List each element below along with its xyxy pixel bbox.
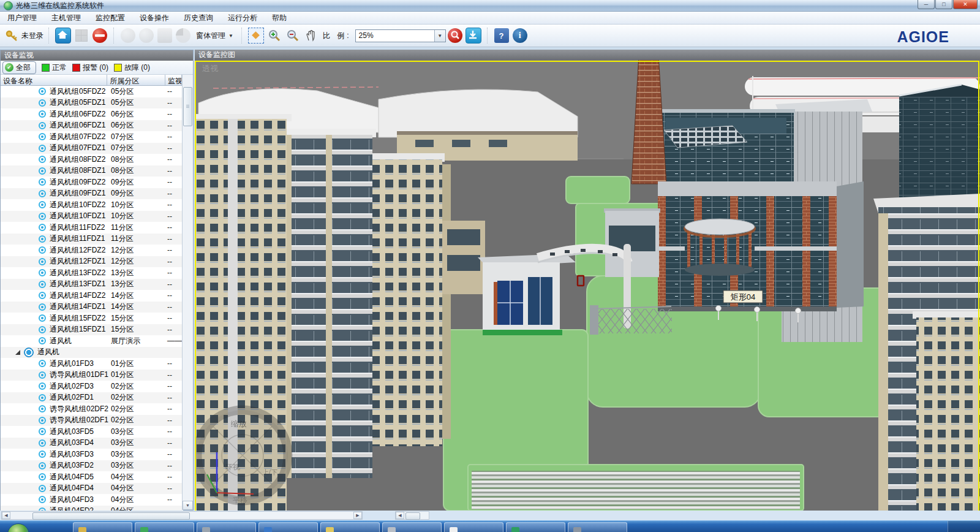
column-monitor[interactable]: 监视 — [165, 75, 181, 85]
login-button[interactable]: 未登录 — [4, 27, 43, 44]
vertical-scrollbar[interactable]: ▼ — [182, 75, 193, 510]
table-row[interactable]: 诱导风机组01DF101分区-- — [1, 370, 183, 381]
table-row[interactable]: 通风机04FD504分区-- — [1, 471, 183, 483]
table-row[interactable]: 通风机组10FDZ210分区-- — [1, 199, 183, 211]
table-row[interactable]: 通风机03FD503分区-- — [1, 426, 183, 438]
table-row[interactable]: 通风机组13FDZ213分区-- — [1, 267, 183, 279]
table-row[interactable]: 通风机组10FDZ110分区-- — [1, 211, 183, 222]
help-button[interactable]: ? — [493, 27, 510, 44]
taskbar-app-button[interactable] — [320, 522, 380, 532]
table-row[interactable]: 通风机组07FDZ107分区-- — [1, 143, 183, 154]
table-row[interactable]: 通风机组12FDZ112分区-- — [1, 256, 183, 268]
horizontal-scrollbar[interactable]: ◀ ▶ — [1, 511, 363, 520]
scroll-left-button[interactable]: ◀ — [396, 512, 404, 519]
3d-viewport[interactable]: 矩形04 缩放 × 环视 上/下 平移 — [195, 60, 980, 511]
table-row[interactable]: 通风机组05FDZ205分区-- — [1, 86, 183, 97]
table-row[interactable]: 通风机04FD304分区-- — [1, 494, 183, 506]
menu-item[interactable]: 监控配置 — [88, 12, 132, 24]
table-row[interactable]: 通风机组15FDZ215分区-- — [1, 313, 183, 324]
disc-button[interactable] — [138, 27, 155, 44]
table-row[interactable]: 通风机03FD203分区-- — [1, 460, 183, 472]
pan-button[interactable] — [303, 27, 320, 44]
table-row[interactable]: 通风机组07FDZ207分区-- — [1, 131, 183, 143]
table-row[interactable]: 通风机组11FDZ211分区-- — [1, 222, 183, 234]
maximize-button[interactable]: □ — [935, 0, 952, 9]
table-row[interactable]: 通风机组06FDZ206分区-- — [1, 108, 183, 120]
table-row[interactable]: 通风机组09FDZ209分区-- — [1, 177, 183, 188]
zoom-out-button[interactable] — [284, 27, 301, 44]
taskbar-app-button[interactable] — [135, 522, 194, 532]
menu-item[interactable]: 用户管理 — [0, 12, 44, 24]
close-button[interactable]: ✕ — [953, 0, 978, 9]
export-button[interactable] — [465, 27, 482, 44]
table-row[interactable]: 诱导风机组02DF102分区-- — [1, 415, 183, 427]
navigation-wheel[interactable]: 缩放 × 环视 上/下 平移 — [197, 410, 288, 504]
select-region-button[interactable] — [247, 27, 265, 44]
scene-tooltip: 矩形04 — [723, 291, 763, 303]
table-row[interactable]: 通风机组14FDZ114分区-- — [1, 302, 183, 313]
table-row[interactable]: 通风机01FD301分区-- — [1, 358, 183, 370]
table-row[interactable]: 通风机组14FDZ214分区-- — [1, 290, 183, 302]
table-row[interactable]: 通风机组15FDZ115分区-- — [1, 324, 183, 336]
filter-normal-button[interactable]: 正常 — [42, 63, 67, 73]
zoom-in-button[interactable] — [266, 27, 283, 44]
layout-grid-button[interactable] — [73, 27, 90, 44]
stop-button[interactable] — [91, 27, 108, 44]
scale-combo[interactable]: 25% ▼ — [355, 29, 446, 42]
table-row[interactable]: 通风机02FD302分区-- — [1, 381, 183, 392]
table-row[interactable]: 通风机组12FDZ212分区-- — [1, 245, 183, 256]
taskbar-app-button[interactable] — [73, 522, 132, 532]
taskbar-app-button[interactable] — [506, 522, 565, 532]
table-row[interactable]: 通风机组09FDZ109分区-- — [1, 188, 183, 200]
table-row[interactable]: 通风机组13FDZ113分区-- — [1, 279, 183, 291]
nav-close-icon[interactable]: × — [277, 419, 281, 427]
taskbar-app-button[interactable] — [568, 522, 627, 532]
minimize-button[interactable]: ─ — [918, 0, 935, 9]
archive-button[interactable] — [156, 27, 173, 44]
table-row[interactable]: 通风机02FD102分区-- — [1, 392, 183, 404]
menu-item[interactable]: 运行分析 — [221, 12, 265, 24]
table-row[interactable]: 通风机组08FDZ108分区-- — [1, 165, 183, 177]
scroll-left-button[interactable]: ◀ — [2, 512, 10, 519]
scroll-down-button[interactable]: ▼ — [183, 501, 193, 510]
taskbar-app-button[interactable] — [382, 522, 442, 532]
pie-button[interactable] — [175, 27, 192, 44]
3d-scene[interactable]: 矩形04 缩放 × 环视 上/下 平移 — [195, 60, 980, 511]
table-row[interactable]: 通风机组08FDZ208分区-- — [1, 154, 183, 165]
fan-button[interactable] — [119, 27, 137, 44]
tree-expander-icon[interactable] — [15, 350, 20, 355]
device-zone: 01分区 — [108, 359, 167, 369]
scrollbar-thumb[interactable] — [405, 512, 420, 520]
filter-alarm-button[interactable]: 报警 (0) — [72, 63, 108, 73]
horizontal-scrollbar-fragment[interactable]: ◀ — [395, 511, 429, 520]
filter-all-button[interactable]: ✔ 全部 — [2, 61, 36, 74]
about-button[interactable]: i — [511, 27, 529, 44]
scrollbar-thumb[interactable] — [183, 87, 192, 126]
locate-button[interactable] — [447, 27, 464, 44]
table-row[interactable]: 通风机 — [1, 347, 183, 359]
taskbar-app-button[interactable] — [197, 522, 256, 532]
table-row[interactable]: 通风机组05FDZ105分区-- — [1, 97, 183, 109]
menu-item[interactable]: 主机管理 — [44, 12, 88, 24]
scroll-right-button[interactable]: ▶ — [353, 512, 362, 519]
scrollbar-thumb[interactable] — [32, 512, 190, 520]
window-manage-dropdown[interactable]: 窗体管理 ▼ — [192, 31, 237, 41]
table-row[interactable]: 通风机04FD404分区-- — [1, 483, 183, 495]
taskbar-app-button[interactable] — [444, 522, 503, 532]
table-row[interactable]: 通风机03FD403分区-- — [1, 438, 183, 449]
menu-item[interactable]: 设备操作 — [132, 12, 176, 24]
table-row[interactable]: 诱导风机组02DF202分区-- — [1, 403, 183, 415]
column-device-name[interactable]: 设备名称 — [1, 75, 107, 85]
table-row[interactable]: 通风机组11FDZ111分区-- — [1, 234, 183, 245]
start-button[interactable] — [7, 523, 29, 532]
column-zone[interactable]: 所属分区 — [107, 75, 165, 85]
menu-item[interactable]: 帮助 — [265, 12, 294, 24]
menu-item[interactable]: 历史查询 — [176, 12, 221, 24]
system-tray[interactable] — [948, 521, 980, 532]
filter-fault-button[interactable]: 故障 (0) — [114, 63, 150, 73]
home-button[interactable] — [55, 27, 72, 44]
table-row[interactable]: 通风机组06FDZ106分区-- — [1, 120, 183, 132]
table-row[interactable]: 通风机03FD303分区-- — [1, 449, 183, 460]
taskbar-app-button[interactable] — [258, 522, 318, 532]
table-row[interactable]: 通风机展厅演示—— — [1, 335, 183, 347]
